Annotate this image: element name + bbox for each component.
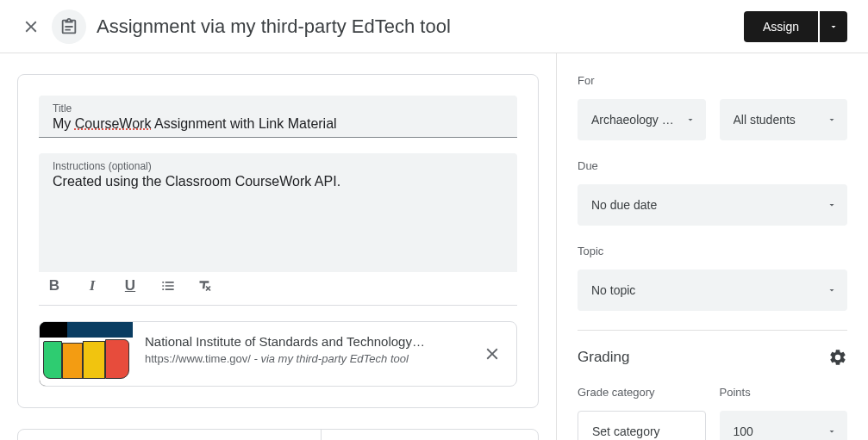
bold-button[interactable]: B	[44, 276, 65, 296]
points-label: Points	[720, 386, 848, 399]
assign-dropdown-button[interactable]	[820, 11, 847, 42]
class-select[interactable]: Archaeology …	[578, 99, 706, 140]
points-col: Points 100	[720, 386, 848, 440]
underline-button[interactable]: U	[120, 276, 141, 296]
attachment-via: - via my third-party EdTech tool	[251, 352, 409, 365]
title-field[interactable]: Title My CourseWork Assignment with Link…	[39, 96, 517, 138]
close-icon	[483, 344, 502, 363]
caret-down-icon	[685, 115, 696, 125]
clear-format-icon	[197, 277, 215, 294]
for-row: Archaeology … All students	[578, 99, 847, 140]
title-post: Assignment with Link Material	[151, 116, 336, 131]
grading-row: Grade category Set category Points 100	[578, 386, 847, 440]
attachment-card[interactable]: National Institute of Standards and Tech…	[39, 321, 517, 387]
attachment-info: National Institute of Standards and Tech…	[133, 322, 468, 386]
for-label: For	[578, 74, 847, 87]
assignment-icon	[59, 17, 78, 36]
header-bar: Assignment via my third-party EdTech too…	[0, 0, 868, 53]
caret-down-icon	[828, 22, 839, 32]
close-button[interactable]	[10, 6, 52, 47]
divider	[578, 330, 847, 331]
attachment-url: https://www.time.gov/	[145, 352, 251, 365]
due-select[interactable]: No due date	[578, 184, 847, 226]
attachment-title: National Institute of Standards and Tech…	[145, 334, 456, 349]
format-toolbar: B I U	[39, 272, 517, 306]
topic-value: No topic	[591, 283, 635, 297]
body: Title My CourseWork Assignment with Link…	[0, 53, 868, 440]
clear-format-button[interactable]	[196, 276, 216, 296]
remove-attachment-button[interactable]	[468, 322, 516, 386]
caret-down-icon	[827, 285, 837, 295]
italic-button[interactable]: I	[82, 276, 103, 296]
caret-down-icon	[827, 115, 837, 125]
caret-down-icon	[827, 426, 837, 437]
instructions-value: Created using the Classroom CourseWork A…	[53, 174, 503, 189]
due-row: No due date	[578, 184, 847, 226]
attachment-thumbnail	[40, 322, 133, 386]
topic-label: Topic	[578, 245, 847, 257]
grading-label: Grading	[578, 349, 629, 366]
title-label: Title	[53, 102, 503, 115]
title-pre: My	[53, 116, 75, 131]
gradecat-select[interactable]: Set category	[578, 411, 706, 440]
assignment-card: Title My CourseWork Assignment with Link…	[17, 74, 539, 408]
secondary-card	[17, 429, 539, 440]
grading-settings-button[interactable]	[828, 348, 847, 367]
sidebar-panel: For Archaeology … All students Due No du…	[556, 53, 868, 440]
topic-select[interactable]: No topic	[578, 270, 847, 311]
assign-button-group: Assign	[744, 11, 847, 42]
grading-header: Grading	[578, 348, 847, 367]
instructions-field[interactable]: Instructions (optional) Created using th…	[39, 153, 517, 272]
gradecat-value: Set category	[592, 425, 660, 438]
list-icon	[159, 277, 177, 294]
title-value: My CourseWork Assignment with Link Mater…	[53, 116, 503, 132]
bullet-list-button[interactable]	[158, 276, 178, 296]
gradecat-col: Grade category Set category	[578, 386, 706, 440]
instructions-label: Instructions (optional)	[53, 160, 503, 172]
points-select[interactable]: 100	[720, 411, 848, 440]
title-underlined: CourseWork	[75, 116, 152, 131]
students-value: All students	[734, 113, 796, 127]
caret-down-icon	[827, 200, 837, 210]
secondary-left	[18, 430, 322, 440]
students-select[interactable]: All students	[720, 99, 848, 140]
due-value: No due date	[591, 198, 657, 212]
gradecat-label: Grade category	[578, 386, 706, 399]
assign-button[interactable]: Assign	[744, 11, 818, 42]
attachment-subtitle: https://www.time.gov/ - via my third-par…	[145, 352, 456, 365]
page-title: Assignment via my third-party EdTech too…	[97, 15, 744, 38]
points-value: 100	[734, 425, 753, 438]
class-value: Archaeology …	[591, 113, 674, 127]
due-label: Due	[578, 159, 847, 172]
assignment-type-icon-wrap	[52, 9, 86, 44]
gear-icon	[828, 348, 847, 367]
main-panel: Title My CourseWork Assignment with Link…	[0, 53, 556, 440]
secondary-right	[322, 430, 538, 440]
topic-row: No topic	[578, 270, 847, 311]
close-icon	[22, 17, 41, 36]
